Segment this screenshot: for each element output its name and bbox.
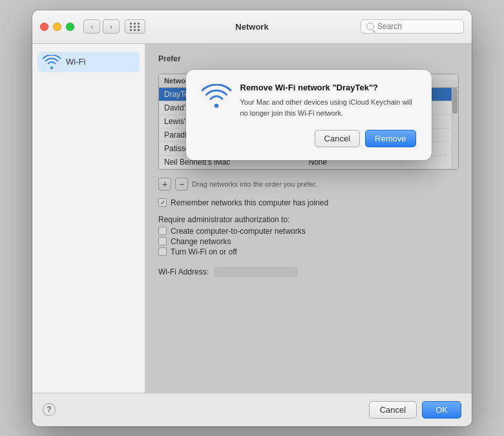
sidebar-item-wifi[interactable]: Wi-Fi	[37, 52, 140, 72]
remove-network-dialog: Remove Wi-Fi network "DrayTek"? Your Mac…	[186, 70, 432, 161]
grid-icon	[130, 23, 140, 31]
titlebar: ‹ › Network	[32, 10, 472, 44]
main-window: ‹ › Network	[32, 10, 472, 426]
bottom-buttons: Cancel OK	[369, 401, 461, 419]
dialog-buttons: Cancel Remove	[202, 130, 416, 147]
search-input[interactable]	[377, 22, 458, 31]
help-button[interactable]: ?	[43, 403, 56, 416]
window-title: Network	[235, 22, 268, 32]
bottom-bar: ? Cancel OK	[32, 393, 472, 426]
dialog-message: Your Mac and other devices using iCloud …	[240, 97, 416, 118]
main-content: Wi-Fi Prefer Network Name Security DrayT…	[32, 44, 472, 393]
ok-button[interactable]: OK	[422, 401, 461, 419]
search-icon	[366, 23, 374, 30]
cancel-button[interactable]: Cancel	[369, 401, 417, 419]
sidebar-item-label: Wi-Fi	[66, 57, 85, 67]
traffic-lights	[40, 23, 74, 31]
maximize-button[interactable]	[66, 23, 74, 31]
dialog-overlay: Remove Wi-Fi network "DrayTek"? Your Mac…	[145, 44, 472, 393]
wifi-icon	[43, 56, 61, 68]
dialog-title: Remove Wi-Fi network "DrayTek"?	[240, 83, 416, 94]
nav-buttons: ‹ ›	[83, 19, 145, 34]
right-panel: Prefer Network Name Security DrayTek WPA…	[145, 44, 472, 393]
back-button[interactable]: ‹	[83, 19, 100, 34]
dialog-wifi-icon	[202, 84, 231, 110]
dialog-body: Remove Wi-Fi network "DrayTek"? Your Mac…	[202, 83, 416, 119]
close-button[interactable]	[40, 23, 48, 31]
search-box[interactable]	[361, 19, 464, 34]
dialog-remove-button[interactable]: Remove	[365, 130, 415, 147]
sidebar: Wi-Fi	[32, 44, 145, 393]
dialog-text-area: Remove Wi-Fi network "DrayTek"? Your Mac…	[240, 83, 416, 119]
forward-button[interactable]: ›	[103, 19, 120, 34]
minimize-button[interactable]	[53, 23, 61, 31]
grid-button[interactable]	[125, 19, 145, 34]
dialog-cancel-button[interactable]: Cancel	[315, 130, 360, 147]
